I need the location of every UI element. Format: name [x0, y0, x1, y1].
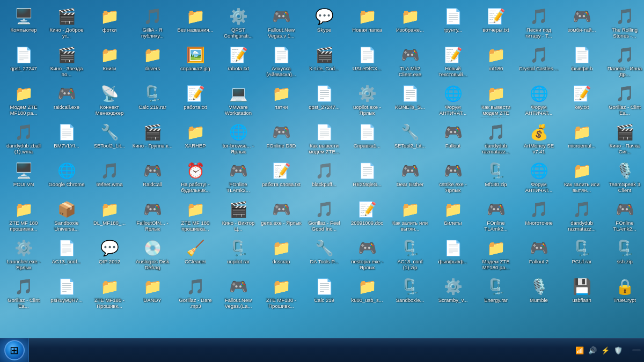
desktop-icon-rolling-stones[interactable]: 🎵The Rolling Stones -...: [603, 4, 644, 43]
desktop-icon-mf180[interactable]: 📁mf180: [474, 43, 517, 82]
desktop-icon-kak-zalit[interactable]: 📁Как залить или вытян...: [389, 197, 431, 236]
desktop-icon-mumble[interactable]: 🎙️Mumble: [517, 275, 560, 313]
desktop-icon-noviy-txt[interactable]: 📝Новый текстовый...: [431, 43, 474, 82]
desktop-icon-artmoney[interactable]: 💰ArtMoney SE v7.41: [517, 120, 560, 159]
desktop-icon-modem-zte2[interactable]: 📁Модем ZTE MF180 ра...: [474, 236, 517, 275]
desktop-icon-ssh-zip[interactable]: 🗜️ssh.zip: [603, 236, 644, 275]
desktop-icon-konets[interactable]: 📄KONETs_S...: [389, 82, 431, 120]
desktop-icon-setool2[interactable]: 🔧SETool2_Lit...: [88, 120, 131, 159]
desktop-icon-kak-vyvesti[interactable]: 📄Как вывести модем ZTE...: [303, 120, 346, 159]
desktop-icon-na-rabotu[interactable]: ⏰На работу! - будильник...: [174, 159, 217, 197]
desktop-icon-kino3[interactable]: 🎬Кино - Пачка Сиг...: [603, 120, 644, 159]
desktop-icon-rabota2[interactable]: 📝rabota.txt: [217, 43, 260, 82]
desktop-icon-fyvfb[interactable]: 📄фывфв.b: [560, 43, 603, 82]
desktop-icon-mf180-zip[interactable]: 🗜️Mf180.zip: [474, 159, 517, 197]
desktop-icon-palevo[interactable]: 🎵Палево - Инна Др...: [603, 43, 644, 82]
desktop-icon-dandydub2[interactable]: 🎵dandydub razmatazz...: [474, 120, 517, 159]
desktop-icon-google-chrome[interactable]: 🌐Google Chrome: [45, 159, 88, 197]
desktop-icon-kino-gruppa[interactable]: 🎬Кино - Группа к...: [131, 120, 174, 159]
desktop-icon-bez-nazv[interactable]: 📁Без названия...: [174, 4, 217, 43]
desktop-icon-gorillaz3[interactable]: 🎵Gorillaz - Feel Good Inc...: [303, 197, 346, 236]
desktop-icon-raidcall2[interactable]: 🎮RaidCall: [131, 159, 174, 197]
desktop-icon-klite[interactable]: 🎬K-Lite_Cod...: [303, 43, 346, 82]
desktop-icon-blackpuff[interactable]: 🎵blackpuff...: [303, 159, 346, 197]
desktop-icon-forum-antichat2[interactable]: 🌐Форум АНТИЧАТ...: [517, 82, 560, 120]
desktop-icon-truecrypt[interactable]: 🔒TrueCrypt: [603, 275, 644, 313]
start-button[interactable]: ⊞: [0, 338, 29, 363]
desktop-icon-usbflash[interactable]: 💾usbflash: [560, 275, 603, 313]
desktop-icon-fyvfyvf[interactable]: 📄фывфывф...: [431, 236, 474, 275]
desktop-icon-fallout-nv[interactable]: 🎮FalloutOfN... - Ярлык: [131, 197, 174, 236]
desktop-icon-ac13conf[interactable]: 📄AC13_conf...: [45, 236, 88, 275]
desktop-icon-zte-mf180[interactable]: 📁ZTE MF 180 прошивка...: [2, 197, 45, 236]
desktop-icon-pcui2[interactable]: 🗜️PCUf.rar: [560, 236, 603, 275]
desktop-icon-qpst3[interactable]: 📄qpst_27247...: [303, 82, 346, 120]
desktop-icon-gorillaz1[interactable]: 🎵Gorillaz - Clint Ea...: [2, 275, 45, 313]
desktop-icon-key-txt[interactable]: 📝key.txt: [560, 82, 603, 120]
desktop-icon-uopilot-exe[interactable]: ⚙️uopilot.exe - Ярлык: [346, 82, 389, 120]
desktop-icon-fallout-nv2[interactable]: 🎮Fallout.New Vegas.(La...: [217, 275, 260, 313]
desktop-icon-sandboxie[interactable]: 📦Sandboxie Universa...: [45, 197, 88, 236]
system-clock[interactable]: [632, 349, 641, 351]
desktop-icon-mnogtochie[interactable]: 🎵Многоточие: [517, 197, 560, 236]
desktop-icon-psruy[interactable]: 📄psRuy9QR7...: [45, 275, 88, 313]
desktop-icon-pcui[interactable]: 🖥️PCUI.VN: [2, 159, 45, 197]
desktop-icon-tor-browser[interactable]: 🌐tor-browse... - Ярлык: [217, 120, 260, 159]
desktop-icon-69feet[interactable]: 🎵69feet.wma: [88, 159, 131, 197]
desktop-icon-zombi-tai[interactable]: 🎮зомби-тай...: [560, 4, 603, 43]
desktop-icon-sandboxie-zip[interactable]: 🗜️Sandboxie...: [389, 275, 431, 313]
desktop-icon-gruntu[interactable]: 📄грунту...: [431, 4, 474, 43]
desktop-icon-k800[interactable]: 📁k800_usb_s...: [346, 275, 389, 313]
desktop-icon-fonline3[interactable]: 🎮FOnline TLAmk2...: [603, 197, 644, 236]
desktop-icon-votchery[interactable]: 📝вотчеры.txt: [474, 4, 517, 43]
desktop-icon-fallout3[interactable]: 🎮Fallout: [431, 120, 474, 159]
desktop-icon-auslogics[interactable]: 💿Auslogics Disk Defrag: [131, 236, 174, 275]
desktop-icon-fotki[interactable]: 📁фотки: [88, 4, 131, 43]
desktop-icon-xarhep[interactable]: 📁ХARHEP: [174, 120, 217, 159]
desktop-icon-raidcall[interactable]: 🎮raidcall.exe: [45, 82, 88, 120]
desktop-icon-modem-zte[interactable]: 📁Модем ZTE MF180 ра...: [2, 82, 45, 120]
desktop-icon-ac13-zip[interactable]: 🗜️AC13_conf (1).zip: [389, 236, 431, 275]
desktop-icon-kak-zalit2[interactable]: 📁Как залить или вытян...: [560, 159, 603, 197]
desktop-icon-usledfcx[interactable]: 📄USLeDfCX...: [346, 43, 389, 82]
desktop-icon-microemul[interactable]: 📁microemul...: [560, 120, 603, 159]
tray-icon-security[interactable]: 🛡️: [613, 346, 624, 354]
desktop-icon-calc219-2[interactable]: 📄Calc 219: [303, 275, 346, 313]
desktop-icon-spravka2[interactable]: 🖼️справка2.jpg: [174, 43, 217, 82]
desktop-icon-he2mqie[interactable]: 📄HE2MqieS...: [346, 159, 389, 197]
desktop-icon-dl-mf180[interactable]: 📁DL_MF180_...: [88, 197, 131, 236]
desktop-icon-drivers[interactable]: 📁drivers: [131, 43, 174, 82]
tray-icon-power[interactable]: ⚡: [600, 346, 611, 354]
desktop-icon-dear-esther[interactable]: 🎮Dear Esther: [389, 159, 431, 197]
desktop-icon-kino1[interactable]: 🎬Кино - Доброе ут...: [45, 4, 88, 43]
tray-icon-network[interactable]: 📶: [574, 346, 585, 354]
desktop-icon-tla-mk2[interactable]: 🎮TLA Mk2 Client.exe: [389, 43, 431, 82]
desktop-icon-kino-viktor[interactable]: 🎬Кино - Виктор Ц...: [217, 197, 260, 236]
desktop-icon-teamspeak[interactable]: 🎙️TeamSpeak 3 Client: [603, 159, 644, 197]
desktop-icon-ayaxuska[interactable]: 📄Аяхуска (Айяваска)...: [260, 43, 303, 82]
desktop-icon-dandydub[interactable]: 🎵dandydub zball (1).wma: [2, 120, 45, 159]
desktop-icon-zte-mf180-4[interactable]: 📁ZTE MF180 - Прошивк...: [260, 275, 303, 313]
desktop-icon-patchi[interactable]: 📁патчи: [260, 82, 303, 120]
desktop-icon-zte-mf180-3[interactable]: 📁ZTE MF 180 прошивка...: [174, 197, 217, 236]
desktop-icon-rabota[interactable]: 📝работа.txt: [174, 82, 217, 120]
desktop-icon-nestopia[interactable]: 🎮nestopia.exe - Ярлык: [346, 236, 389, 275]
desktop-icon-fonline1[interactable]: 🎮FOnline TLAmk2...: [217, 159, 260, 197]
desktop-icon-dcscrap[interactable]: 📁dcscrap: [260, 236, 303, 275]
desktop-icon-fonline-d3d[interactable]: 🎮FOnline D3D: [260, 120, 303, 159]
tray-icon-volume[interactable]: 🔊: [587, 346, 598, 354]
desktop-icon-crystal-castles[interactable]: 🎵Crystal Castles ...: [517, 43, 560, 82]
desktop-icon-dandydub3[interactable]: 🎵dandydub razmatazz...: [560, 197, 603, 236]
desktop-icon-knigi[interactable]: 📁Книги: [88, 43, 131, 82]
desktop-icon-skype[interactable]: 💬Skype: [303, 4, 346, 43]
desktop-icon-dandy[interactable]: 📁DANDY: [131, 275, 174, 313]
desktop-icon-gorillaz4[interactable]: 🎵Gorillaz - Clint Ea...: [603, 82, 644, 120]
desktop-icon-gillia[interactable]: 🎵GilliA - Я публику...: [131, 4, 174, 43]
desktop-icon-da-tools[interactable]: 🔧DA Tools P...: [303, 236, 346, 275]
desktop-icon-novaya-papka[interactable]: 📁Новая папка: [346, 4, 389, 43]
desktop-icon-fallout-nv3[interactable]: 🎮Fallout.New Vegas.v 1...: [260, 4, 303, 43]
desktop-icon-bm7[interactable]: 📄BM7VLYI...: [45, 120, 88, 159]
desktop-icon-energy-rar[interactable]: 🗜️Energy.rar: [474, 275, 517, 313]
desktop-icon-gorillaz2[interactable]: 🎵Gorillaz - Dare .mp3: [174, 275, 217, 313]
desktop-icon-3g-connect[interactable]: 📡Коннект Менежджер: [88, 82, 131, 120]
